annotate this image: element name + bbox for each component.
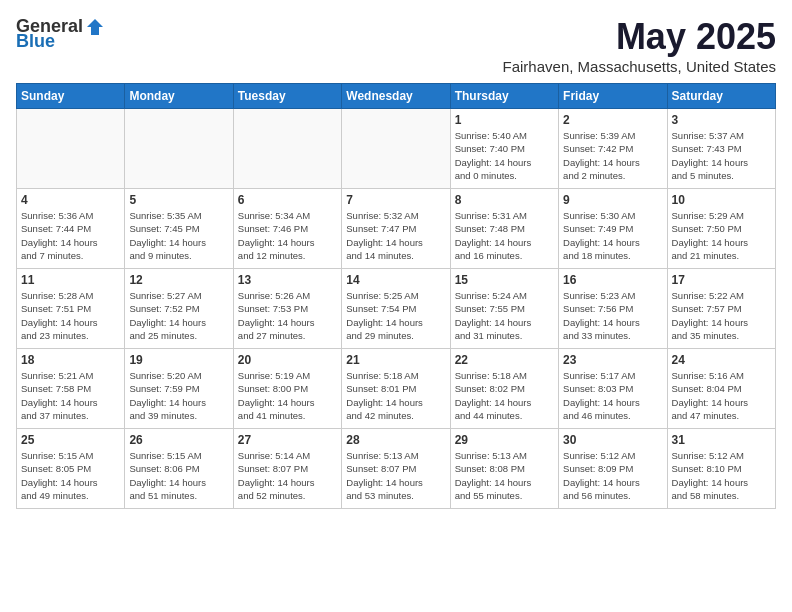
day-number: 7: [346, 193, 445, 207]
week-row-4: 18Sunrise: 5:21 AM Sunset: 7:58 PM Dayli…: [17, 349, 776, 429]
day-info: Sunrise: 5:14 AM Sunset: 8:07 PM Dayligh…: [238, 449, 337, 502]
day-number: 26: [129, 433, 228, 447]
day-number: 9: [563, 193, 662, 207]
day-number: 27: [238, 433, 337, 447]
logo-blue: Blue: [16, 31, 55, 52]
day-info: Sunrise: 5:15 AM Sunset: 8:06 PM Dayligh…: [129, 449, 228, 502]
day-number: 28: [346, 433, 445, 447]
day-number: 16: [563, 273, 662, 287]
day-number: 17: [672, 273, 771, 287]
week-row-1: 1Sunrise: 5:40 AM Sunset: 7:40 PM Daylig…: [17, 109, 776, 189]
calendar-cell: 19Sunrise: 5:20 AM Sunset: 7:59 PM Dayli…: [125, 349, 233, 429]
day-info: Sunrise: 5:24 AM Sunset: 7:55 PM Dayligh…: [455, 289, 554, 342]
calendar-cell: 9Sunrise: 5:30 AM Sunset: 7:49 PM Daylig…: [559, 189, 667, 269]
calendar-cell: 18Sunrise: 5:21 AM Sunset: 7:58 PM Dayli…: [17, 349, 125, 429]
day-number: 13: [238, 273, 337, 287]
svg-marker-0: [87, 19, 103, 35]
day-info: Sunrise: 5:16 AM Sunset: 8:04 PM Dayligh…: [672, 369, 771, 422]
day-info: Sunrise: 5:19 AM Sunset: 8:00 PM Dayligh…: [238, 369, 337, 422]
weekday-header-saturday: Saturday: [667, 84, 775, 109]
day-number: 29: [455, 433, 554, 447]
calendar-cell: 12Sunrise: 5:27 AM Sunset: 7:52 PM Dayli…: [125, 269, 233, 349]
day-info: Sunrise: 5:36 AM Sunset: 7:44 PM Dayligh…: [21, 209, 120, 262]
day-number: 14: [346, 273, 445, 287]
calendar-cell: 5Sunrise: 5:35 AM Sunset: 7:45 PM Daylig…: [125, 189, 233, 269]
calendar-cell: 11Sunrise: 5:28 AM Sunset: 7:51 PM Dayli…: [17, 269, 125, 349]
day-info: Sunrise: 5:13 AM Sunset: 8:07 PM Dayligh…: [346, 449, 445, 502]
calendar-table: SundayMondayTuesdayWednesdayThursdayFrid…: [16, 83, 776, 509]
day-info: Sunrise: 5:20 AM Sunset: 7:59 PM Dayligh…: [129, 369, 228, 422]
day-info: Sunrise: 5:15 AM Sunset: 8:05 PM Dayligh…: [21, 449, 120, 502]
day-number: 1: [455, 113, 554, 127]
day-info: Sunrise: 5:13 AM Sunset: 8:08 PM Dayligh…: [455, 449, 554, 502]
weekday-header-friday: Friday: [559, 84, 667, 109]
calendar-cell: [342, 109, 450, 189]
day-info: Sunrise: 5:29 AM Sunset: 7:50 PM Dayligh…: [672, 209, 771, 262]
calendar-cell: 28Sunrise: 5:13 AM Sunset: 8:07 PM Dayli…: [342, 429, 450, 509]
day-number: 3: [672, 113, 771, 127]
weekday-header-wednesday: Wednesday: [342, 84, 450, 109]
calendar-cell: 25Sunrise: 5:15 AM Sunset: 8:05 PM Dayli…: [17, 429, 125, 509]
day-info: Sunrise: 5:37 AM Sunset: 7:43 PM Dayligh…: [672, 129, 771, 182]
calendar-cell: 17Sunrise: 5:22 AM Sunset: 7:57 PM Dayli…: [667, 269, 775, 349]
header: General Blue May 2025 Fairhaven, Massach…: [16, 16, 776, 75]
day-info: Sunrise: 5:18 AM Sunset: 8:01 PM Dayligh…: [346, 369, 445, 422]
calendar-cell: 24Sunrise: 5:16 AM Sunset: 8:04 PM Dayli…: [667, 349, 775, 429]
calendar-cell: 4Sunrise: 5:36 AM Sunset: 7:44 PM Daylig…: [17, 189, 125, 269]
day-number: 24: [672, 353, 771, 367]
location-title: Fairhaven, Massachusetts, United States: [503, 58, 776, 75]
calendar-cell: 2Sunrise: 5:39 AM Sunset: 7:42 PM Daylig…: [559, 109, 667, 189]
day-number: 4: [21, 193, 120, 207]
day-number: 2: [563, 113, 662, 127]
day-number: 11: [21, 273, 120, 287]
day-info: Sunrise: 5:17 AM Sunset: 8:03 PM Dayligh…: [563, 369, 662, 422]
calendar-cell: 29Sunrise: 5:13 AM Sunset: 8:08 PM Dayli…: [450, 429, 558, 509]
calendar-cell: 23Sunrise: 5:17 AM Sunset: 8:03 PM Dayli…: [559, 349, 667, 429]
day-info: Sunrise: 5:31 AM Sunset: 7:48 PM Dayligh…: [455, 209, 554, 262]
logo: General Blue: [16, 16, 107, 52]
day-info: Sunrise: 5:12 AM Sunset: 8:09 PM Dayligh…: [563, 449, 662, 502]
calendar-cell: 21Sunrise: 5:18 AM Sunset: 8:01 PM Dayli…: [342, 349, 450, 429]
calendar-cell: 14Sunrise: 5:25 AM Sunset: 7:54 PM Dayli…: [342, 269, 450, 349]
month-title: May 2025: [503, 16, 776, 58]
day-info: Sunrise: 5:23 AM Sunset: 7:56 PM Dayligh…: [563, 289, 662, 342]
weekday-header-row: SundayMondayTuesdayWednesdayThursdayFrid…: [17, 84, 776, 109]
day-info: Sunrise: 5:18 AM Sunset: 8:02 PM Dayligh…: [455, 369, 554, 422]
day-number: 21: [346, 353, 445, 367]
day-info: Sunrise: 5:35 AM Sunset: 7:45 PM Dayligh…: [129, 209, 228, 262]
day-number: 5: [129, 193, 228, 207]
calendar-cell: 27Sunrise: 5:14 AM Sunset: 8:07 PM Dayli…: [233, 429, 341, 509]
calendar-cell: 7Sunrise: 5:32 AM Sunset: 7:47 PM Daylig…: [342, 189, 450, 269]
calendar-cell: 10Sunrise: 5:29 AM Sunset: 7:50 PM Dayli…: [667, 189, 775, 269]
day-info: Sunrise: 5:39 AM Sunset: 7:42 PM Dayligh…: [563, 129, 662, 182]
day-number: 6: [238, 193, 337, 207]
day-number: 19: [129, 353, 228, 367]
calendar-cell: 16Sunrise: 5:23 AM Sunset: 7:56 PM Dayli…: [559, 269, 667, 349]
day-number: 22: [455, 353, 554, 367]
calendar-cell: 13Sunrise: 5:26 AM Sunset: 7:53 PM Dayli…: [233, 269, 341, 349]
calendar-cell: 6Sunrise: 5:34 AM Sunset: 7:46 PM Daylig…: [233, 189, 341, 269]
day-info: Sunrise: 5:28 AM Sunset: 7:51 PM Dayligh…: [21, 289, 120, 342]
calendar-cell: 8Sunrise: 5:31 AM Sunset: 7:48 PM Daylig…: [450, 189, 558, 269]
day-number: 25: [21, 433, 120, 447]
day-number: 20: [238, 353, 337, 367]
day-info: Sunrise: 5:40 AM Sunset: 7:40 PM Dayligh…: [455, 129, 554, 182]
day-number: 8: [455, 193, 554, 207]
logo-icon: [85, 17, 105, 37]
title-area: May 2025 Fairhaven, Massachusetts, Unite…: [503, 16, 776, 75]
day-info: Sunrise: 5:21 AM Sunset: 7:58 PM Dayligh…: [21, 369, 120, 422]
day-number: 23: [563, 353, 662, 367]
weekday-header-monday: Monday: [125, 84, 233, 109]
day-number: 30: [563, 433, 662, 447]
calendar-cell: 3Sunrise: 5:37 AM Sunset: 7:43 PM Daylig…: [667, 109, 775, 189]
calendar-cell: [125, 109, 233, 189]
day-info: Sunrise: 5:12 AM Sunset: 8:10 PM Dayligh…: [672, 449, 771, 502]
calendar-cell: 26Sunrise: 5:15 AM Sunset: 8:06 PM Dayli…: [125, 429, 233, 509]
calendar-cell: 22Sunrise: 5:18 AM Sunset: 8:02 PM Dayli…: [450, 349, 558, 429]
weekday-header-sunday: Sunday: [17, 84, 125, 109]
week-row-3: 11Sunrise: 5:28 AM Sunset: 7:51 PM Dayli…: [17, 269, 776, 349]
day-info: Sunrise: 5:30 AM Sunset: 7:49 PM Dayligh…: [563, 209, 662, 262]
day-info: Sunrise: 5:27 AM Sunset: 7:52 PM Dayligh…: [129, 289, 228, 342]
day-number: 15: [455, 273, 554, 287]
calendar-cell: 30Sunrise: 5:12 AM Sunset: 8:09 PM Dayli…: [559, 429, 667, 509]
